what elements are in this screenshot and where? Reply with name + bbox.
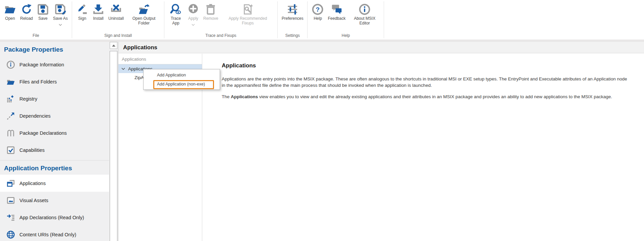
sidebar-item-content-uris[interactable]: Content URIs (Read Only)	[0, 226, 109, 241]
feedback-button[interactable]: Feedback	[326, 2, 347, 21]
open-folder-icon	[4, 3, 16, 16]
reload-icon	[20, 3, 33, 16]
save-icon	[37, 3, 49, 16]
ribbon-group-label-help: Help	[308, 33, 384, 40]
apply-recommended-fixups-icon	[242, 3, 254, 16]
files-and-folders-icon	[6, 77, 15, 86]
uninstall-button[interactable]: Uninstall	[106, 2, 126, 21]
capabilities-checkbox-icon	[6, 145, 15, 155]
tree-node-label: ZipA	[135, 75, 144, 80]
ribbon-bottom-strip	[0, 40, 644, 42]
applications-windows-icon	[6, 179, 15, 188]
sign-button[interactable]: Sign	[74, 2, 90, 21]
sidebar-item-package-information[interactable]: Package Information	[0, 56, 109, 73]
about-msix-editor-button[interactable]: About MSIX Editor	[347, 2, 382, 25]
content-paragraph-2: The Applications view enables you to vie…	[222, 94, 631, 100]
ribbon-group-label-settings: Settings	[278, 33, 308, 40]
sidebar-item-applications[interactable]: Applications	[0, 175, 109, 192]
preferences-sliders-icon	[286, 3, 299, 16]
chevron-down-icon	[192, 21, 195, 24]
menu-item-add-application-non-exe[interactable]: Add Application (non-exe)	[144, 79, 220, 88]
context-menu: Add Application Add Application (non-exe…	[143, 69, 220, 90]
svg-text:?: ?	[316, 6, 320, 13]
content-uris-globe-icon	[6, 230, 15, 239]
uninstall-icon	[110, 3, 122, 16]
sidebar-item-package-declarations[interactable]: Package Declarations	[0, 124, 109, 141]
sidebar-item-files-and-folders[interactable]: Files and Folders	[0, 73, 109, 90]
preferences-button[interactable]: Preferences	[280, 2, 306, 21]
ribbon-group-help: ? Help Feedback About MSIX Editor Help	[308, 0, 384, 40]
triangle-up-icon	[112, 45, 115, 47]
sidebar-item-visual-assets[interactable]: Visual Assets	[0, 192, 109, 209]
trace-app-button[interactable]: Trace App	[166, 2, 185, 25]
view-header-bar: Applications	[118, 42, 644, 53]
sidebar-item-app-declarations[interactable]: App Declarations (Read Only)	[0, 209, 109, 226]
trace-app-icon	[170, 3, 182, 16]
package-information-icon	[6, 60, 15, 69]
ribbon-group-trace-and-fixups: Trace App Apply Remove	[164, 0, 277, 40]
visual-assets-image-icon	[6, 196, 15, 205]
open-button[interactable]: Open	[2, 2, 18, 21]
view-title: Applications	[123, 44, 157, 51]
scrollbar-up-button[interactable]	[110, 42, 117, 49]
dependencies-icon	[6, 111, 15, 120]
content-area: Applications Applications are the entry …	[203, 54, 644, 241]
save-as-icon	[54, 3, 66, 16]
ribbon-group-sign-and-install: Sign Install Uninstall Open Output Folde…	[72, 0, 164, 40]
ribbon-separator	[384, 1, 384, 38]
sidebar-scrollbar	[109, 42, 118, 241]
install-icon	[92, 3, 104, 16]
apply-recommended-fixups-button[interactable]: Apply Recommended Fixups	[220, 2, 275, 25]
reload-button[interactable]: Reload	[18, 2, 35, 21]
sidebar-item-registry[interactable]: Registry	[0, 90, 109, 107]
navigation-sidebar: Package Properties Package Information F…	[0, 42, 109, 241]
open-output-folder-button[interactable]: Open Output Folder	[126, 2, 162, 25]
app-declarations-icon	[6, 213, 15, 222]
install-button[interactable]: Install	[90, 2, 106, 21]
menu-item-add-application[interactable]: Add Application	[144, 70, 220, 79]
registry-icon	[6, 94, 15, 103]
about-info-icon	[359, 3, 371, 16]
chevron-down-icon	[59, 21, 62, 24]
ribbon-group-label-trace-and-fixups: Trace and Fixups	[164, 33, 277, 40]
remove-button[interactable]: Remove	[201, 2, 220, 21]
save-as-button[interactable]: Save As	[51, 2, 70, 24]
content-heading: Applications	[222, 62, 631, 69]
sidebar-item-capabilities[interactable]: Capabilities	[0, 141, 109, 159]
ribbon-group-label-file: File	[0, 33, 72, 40]
ribbon-group-file: Open Reload Save Save As	[0, 0, 72, 40]
package-declarations-icon	[6, 128, 15, 137]
content-paragraph-1: Applications are the entry points into t…	[222, 76, 631, 88]
help-question-icon: ?	[312, 3, 324, 16]
feedback-bubbles-icon	[331, 3, 343, 16]
sidebar-heading-application-properties: Application Properties	[0, 161, 109, 175]
sidebar-heading-package-properties: Package Properties	[0, 42, 109, 56]
scrollbar-thumb[interactable]	[110, 51, 117, 241]
open-output-folder-icon	[138, 3, 150, 16]
tree-column-header: Applications	[118, 54, 202, 64]
ribbon-toolbar: Open Reload Save Save As	[0, 0, 644, 40]
ribbon-group-label-sign-and-install: Sign and Install	[72, 33, 164, 40]
sidebar-item-dependencies[interactable]: Dependencies	[0, 107, 109, 124]
sign-pencil-icon	[76, 3, 88, 16]
remove-trash-icon	[205, 3, 217, 16]
chevron-down-icon[interactable]	[121, 68, 125, 70]
save-button[interactable]: Save	[35, 2, 51, 21]
help-button[interactable]: ? Help	[310, 2, 326, 21]
ribbon-group-settings: Preferences Settings	[278, 0, 308, 40]
apply-button[interactable]: Apply	[185, 2, 201, 24]
apply-plus-icon	[187, 3, 199, 16]
